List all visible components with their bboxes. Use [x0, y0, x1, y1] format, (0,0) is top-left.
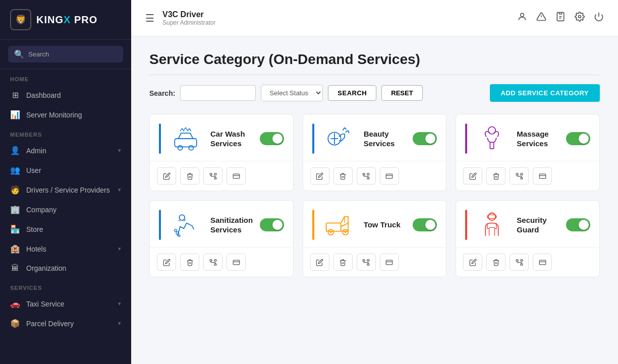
sidebar-item-dashboard[interactable]: ⊞ Dashboard — [0, 85, 131, 105]
service-name: Tow Truck — [364, 220, 406, 230]
beauty-icon — [321, 124, 357, 154]
sidebar-item-label: Dashboard — [26, 91, 121, 99]
svg-rect-8 — [175, 139, 197, 147]
settings-icon[interactable] — [575, 12, 585, 24]
delete-button[interactable] — [333, 167, 353, 185]
service-grid: Car Wash Services — [149, 114, 600, 277]
sanitization-toggle[interactable] — [260, 218, 284, 231]
clipboard-icon[interactable] — [555, 12, 566, 24]
parcel-icon: 📦 — [10, 319, 20, 328]
search-input[interactable] — [180, 85, 256, 101]
sidebar-item-taxi[interactable]: 🚗 Taxi Service ▾ — [0, 294, 131, 314]
tow-truck-toggle[interactable] — [413, 218, 437, 231]
card-view-button[interactable] — [380, 254, 399, 271]
reset-button[interactable]: RESET — [381, 85, 422, 101]
search-button[interactable]: SEARCH — [328, 85, 376, 101]
admin-icon: 👤 — [10, 146, 20, 155]
hierarchy-button[interactable] — [510, 254, 529, 271]
service-card-car-wash: Car Wash Services — [149, 114, 294, 191]
svg-rect-67 — [516, 259, 518, 261]
sidebar-item-store[interactable]: 🏪 Store — [0, 219, 131, 239]
edit-button[interactable] — [463, 254, 482, 271]
hierarchy-button[interactable] — [203, 254, 222, 271]
sidebar-item-hotels[interactable]: 🏨 Hotels ▾ — [0, 239, 131, 259]
hierarchy-button[interactable] — [357, 254, 376, 271]
card-actions — [150, 161, 293, 191]
sidebar-item-parcel[interactable]: 📦 Parcel Delivery ▾ — [0, 314, 131, 333]
service-card-sanitization: Sanitization Services — [149, 200, 294, 277]
sidebar-item-organization[interactable]: 🏛 Organization — [0, 259, 131, 278]
sidebar-item-user[interactable]: 👥 User — [0, 160, 131, 180]
status-select[interactable]: Select Status Active Inactive — [261, 85, 323, 101]
massage-toggle[interactable] — [566, 132, 590, 145]
edit-button[interactable] — [310, 254, 329, 271]
delete-button[interactable] — [333, 254, 353, 271]
sidebar-logo: 🦁 KINGX PRO — [0, 0, 131, 40]
svg-rect-57 — [363, 259, 365, 261]
sidebar-item-label: Company — [26, 206, 121, 214]
sidebar-item-server-monitoring[interactable]: 📊 Server Monitoring — [0, 105, 131, 125]
hierarchy-button[interactable] — [357, 167, 376, 185]
card-view-button[interactable] — [227, 254, 246, 271]
sidebar-item-drivers[interactable]: 🧑 Drivers / Service Providers ▾ — [0, 180, 131, 200]
svg-rect-24 — [367, 177, 369, 179]
delete-button[interactable] — [486, 167, 505, 185]
service-name: Car Wash Services — [210, 129, 253, 149]
alert-icon[interactable] — [536, 12, 546, 24]
hierarchy-button[interactable] — [203, 167, 222, 185]
car-wash-icon — [168, 124, 203, 154]
security-guard-toggle[interactable] — [566, 218, 590, 231]
taxi-icon: 🚗 — [10, 299, 20, 309]
hierarchy-button[interactable] — [510, 167, 529, 185]
svg-rect-45 — [214, 264, 216, 265]
card-view-button[interactable] — [533, 167, 552, 185]
card-border — [159, 124, 161, 154]
service-card-tow-truck: Tow Truck — [303, 200, 447, 277]
svg-rect-3 — [559, 13, 562, 14]
svg-point-42 — [179, 235, 181, 237]
card-view-button[interactable] — [533, 254, 552, 271]
header-app-role: Super Administrator — [162, 19, 215, 26]
delete-button[interactable] — [180, 167, 199, 185]
card-border — [465, 210, 467, 240]
chevron-down-icon: ▾ — [118, 187, 121, 193]
massage-icon — [474, 124, 510, 154]
delete-button[interactable] — [486, 254, 505, 271]
company-icon: 🏢 — [10, 205, 20, 214]
card-border — [159, 210, 161, 240]
card-border — [312, 124, 314, 154]
user-profile-icon[interactable] — [517, 12, 527, 24]
add-service-category-button[interactable]: ADD SERVICE CATEGORY — [490, 84, 600, 102]
service-card-massage: Massage Services — [456, 114, 600, 191]
svg-rect-68 — [521, 259, 523, 261]
store-icon: 🏪 — [10, 224, 20, 234]
beauty-toggle[interactable] — [413, 132, 437, 145]
card-view-button[interactable] — [227, 167, 246, 185]
sidebar-item-company[interactable]: 🏢 Company — [0, 200, 131, 219]
sidebar-item-admin[interactable]: 👤 Admin ▾ — [0, 141, 131, 160]
svg-rect-22 — [363, 173, 365, 174]
search-input[interactable] — [28, 50, 117, 58]
svg-point-6 — [579, 16, 581, 18]
svg-rect-32 — [521, 173, 523, 174]
delete-button[interactable] — [180, 254, 199, 271]
sidebar: 🦁 KINGX PRO 🔍 HOME ⊞ Dashboard 📊 Server … — [0, 0, 131, 364]
card-view-button[interactable] — [380, 167, 399, 185]
svg-rect-69 — [521, 264, 523, 265]
edit-button[interactable] — [463, 167, 482, 185]
svg-rect-12 — [214, 173, 216, 174]
server-monitoring-icon: 📊 — [10, 110, 20, 119]
power-icon[interactable] — [594, 12, 604, 24]
security-guard-icon — [474, 210, 510, 240]
chevron-down-icon: ▾ — [118, 246, 121, 252]
edit-button[interactable] — [157, 254, 176, 271]
drivers-icon: 🧑 — [10, 185, 20, 195]
org-icon: 🏛 — [10, 264, 20, 273]
hamburger-icon[interactable]: ☰ — [145, 12, 154, 24]
car-wash-toggle[interactable] — [260, 132, 284, 145]
sidebar-item-label: Store — [26, 225, 121, 233]
edit-button[interactable] — [310, 167, 329, 185]
edit-button[interactable] — [157, 167, 176, 185]
svg-point-0 — [521, 13, 524, 17]
sidebar-item-label: Taxi Service — [26, 300, 112, 308]
